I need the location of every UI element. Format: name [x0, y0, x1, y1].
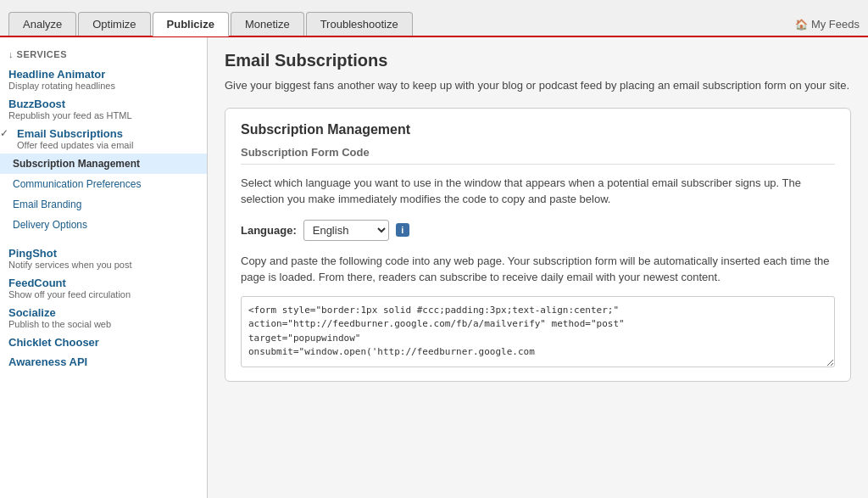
nav-tabs: Analyze Optimize Publicize Monetize Trou…	[8, 11, 413, 36]
tab-monetize[interactable]: Monetize	[231, 12, 304, 36]
sidebar-item-awareness-api: Awareness API	[0, 352, 207, 372]
info-icon[interactable]: i	[396, 223, 409, 237]
sidebar-item-buzzboost: BuzzBoost Republish your feed as HTML	[0, 94, 207, 124]
headline-animator-subtitle: Display rotating headlines	[8, 81, 198, 91]
sidebar: ↓ SERVICES Headline Animator Display rot…	[0, 37, 208, 498]
pingshot-link[interactable]: PingShot	[8, 247, 57, 260]
sidebar-item-socialize: Socialize Publish to the social web	[0, 303, 207, 333]
sidebar-sub-subscription-management[interactable]: Subscription Management	[0, 154, 207, 174]
page-title: Email Subscriptions	[225, 51, 851, 70]
tab-publicize[interactable]: Publicize	[153, 12, 229, 36]
main-layout: ↓ SERVICES Headline Animator Display rot…	[0, 37, 868, 498]
language-label: Language:	[241, 224, 297, 237]
sidebar-sub-email-branding[interactable]: Email Branding	[0, 194, 207, 215]
chicklet-chooser-link[interactable]: Chicklet Chooser	[8, 336, 99, 349]
tab-analyze[interactable]: Analyze	[8, 12, 76, 36]
feedcount-subtitle: Show off your feed circulation	[8, 289, 198, 299]
subscription-management-card: Subscription Management Subscription For…	[225, 108, 851, 382]
tab-troubleshootize[interactable]: Troubleshootize	[306, 12, 413, 36]
copy-instructions: Copy and paste the following code into a…	[241, 253, 835, 286]
section-description: Select which language you want to use in…	[241, 175, 835, 208]
sidebar-sub-delivery-options[interactable]: Delivery Options	[0, 215, 207, 235]
card-title: Subscription Management	[241, 122, 835, 137]
language-select[interactable]: English French German Spanish Italian Po…	[303, 220, 389, 241]
tab-optimize[interactable]: Optimize	[78, 12, 150, 36]
top-nav: Analyze Optimize Publicize Monetize Trou…	[0, 0, 868, 37]
code-area[interactable]: <form style="border:1px solid #ccc;paddi…	[241, 296, 835, 367]
section-label: Subscription Form Code	[241, 146, 835, 165]
language-row: Language: English French German Spanish …	[241, 220, 835, 241]
socialize-link[interactable]: Socialize	[8, 306, 56, 319]
sidebar-item-feedcount: FeedCount Show off your feed circulation	[0, 273, 207, 303]
sidebar-item-email-subscriptions: Email Subscriptions Offer feed updates v…	[0, 124, 207, 154]
email-subscriptions-subtitle: Offer feed updates via email	[17, 140, 198, 150]
feedcount-link[interactable]: FeedCount	[8, 277, 66, 289]
sidebar-item-headline-animator: Headline Animator Display rotating headl…	[0, 64, 207, 94]
sidebar-sub-communication-preferences[interactable]: Communication Preferences	[0, 174, 207, 194]
sidebar-item-chicklet-chooser: Chicklet Chooser	[0, 333, 207, 352]
pingshot-subtitle: Notify services when you post	[8, 260, 198, 270]
my-feeds-label: My Feeds	[811, 18, 860, 31]
buzzboost-subtitle: Republish your feed as HTML	[8, 110, 198, 120]
awareness-api-link[interactable]: Awareness API	[8, 355, 87, 368]
my-feeds-link[interactable]: 🏠 My Feeds	[795, 18, 860, 36]
sidebar-section-header: ↓ SERVICES	[0, 46, 207, 64]
home-icon: 🏠	[795, 19, 808, 31]
sidebar-item-pingshot: PingShot Notify services when you post	[0, 243, 207, 273]
socialize-subtitle: Publish to the social web	[8, 319, 198, 329]
headline-animator-link[interactable]: Headline Animator	[8, 68, 105, 81]
page-description: Give your biggest fans another way to ke…	[225, 77, 851, 94]
content-area: Email Subscriptions Give your biggest fa…	[208, 37, 868, 498]
email-subscriptions-link[interactable]: Email Subscriptions	[17, 127, 123, 140]
buzzboost-link[interactable]: BuzzBoost	[8, 98, 65, 110]
